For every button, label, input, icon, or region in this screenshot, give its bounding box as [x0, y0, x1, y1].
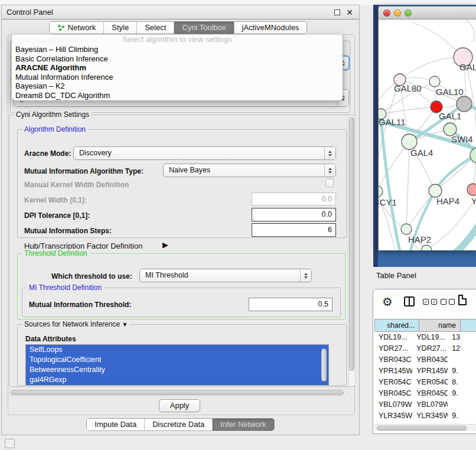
network-node[interactable] [429, 184, 442, 197]
algorithm-option-aracne-algorithm[interactable]: ARACNE Algorithm [12, 63, 343, 73]
apply-button[interactable]: Apply [159, 399, 200, 412]
horizontal-scrollbar-thumb[interactable] [11, 390, 344, 395]
sources-collapse-arrow-icon[interactable]: ▼ [122, 321, 128, 328]
list-scrollbar-thumb[interactable] [321, 348, 327, 381]
combo-stepper-icon[interactable] [324, 147, 335, 159]
document-icon[interactable] [458, 295, 467, 305]
table-cell: 9. [448, 410, 476, 422]
control-panel-titlebar[interactable]: Control Panel ✕ [2, 5, 359, 19]
table-horizontal-scrollbar[interactable] [374, 424, 476, 431]
table-row[interactable]: YBR045CYBR045C9. [374, 388, 476, 399]
column-header-shared-[interactable]: shared... [375, 319, 419, 332]
network-node[interactable] [401, 224, 412, 234]
select-all-icon[interactable]: ✓✓ [423, 299, 437, 305]
minimized-panel-icon[interactable] [5, 439, 15, 448]
table-cell [448, 354, 476, 366]
which-threshold-value: MI Threshold [145, 269, 188, 282]
algorithm-option-bayesian-hill-climbing[interactable]: Bayesian – Hill Climbing [12, 45, 343, 54]
column-header-name[interactable]: name [419, 319, 461, 332]
algorithm-option-mutual-information-inference[interactable]: Mutual Information Inference [12, 73, 343, 82]
float-window-icon[interactable] [334, 9, 340, 15]
table-cell: YDL19... [374, 332, 412, 343]
network-node[interactable] [467, 184, 476, 195]
algorithm-option-dream8-dc-tdc-algorithm[interactable]: Dream8 DC_TDC Algorithm [12, 91, 343, 100]
hub-expand-arrow-icon[interactable]: ▶ [162, 240, 168, 249]
column-header-a[interactable]: A [461, 319, 476, 332]
close-traffic-light-icon[interactable] [383, 9, 390, 17]
network-node[interactable] [470, 148, 476, 163]
minimize-traffic-light-icon[interactable] [394, 9, 401, 17]
node-label-gal11: GAL11 [379, 117, 406, 127]
which-threshold-combo[interactable]: MI Threshold [139, 269, 312, 282]
network-canvas[interactable]: GALGAL80GAL10GAL1GAL11SWI4GAL4GCY1HAP4YH… [379, 19, 476, 250]
aracne-mode-value: Discovery [79, 147, 112, 159]
attribute-item-gal4rgexp[interactable]: gal4RGexp [26, 375, 328, 385]
columns-icon[interactable] [404, 296, 415, 306]
combo-stepper-icon[interactable] [300, 269, 311, 282]
attribute-item-topologicalcoefficient[interactable]: TopologicalCoefficient [26, 355, 328, 365]
deselect-all-icon[interactable] [441, 299, 455, 305]
tab-infer-network[interactable]: Infer Network [213, 419, 273, 431]
mi-steps-label: Mutual Information Steps: [24, 227, 112, 235]
table-row[interactable]: YLR345WYLR345W9. [374, 410, 476, 422]
algorithm-option-basic-correlation-inference[interactable]: Basic Correlation Inference [12, 54, 343, 64]
aracne-mode-combo[interactable]: Discovery [73, 146, 336, 160]
table-cell [448, 399, 476, 410]
mi-threshold-label: Mutual Information Threshold: [29, 301, 131, 309]
table-row[interactable]: YER054CYER054C8. [374, 377, 476, 388]
kernel-width-label: Kernel Width (0,1): [24, 196, 87, 204]
table-row[interactable]: YDR27...YDR27...12 [374, 343, 476, 354]
tab-impute-data[interactable]: Impute Data [87, 419, 144, 431]
mi-threshold-title: MI Threshold Definition [27, 283, 104, 292]
table-row[interactable]: YBL079WYBL079W [374, 399, 476, 410]
tab-jactivemnodules[interactable]: jActiveMNodules [234, 22, 307, 34]
tab-label: Discretize Data [152, 419, 204, 431]
dpi-tolerance-field[interactable]: 0.0 [252, 208, 336, 221]
network-node[interactable] [429, 76, 440, 87]
network-edge[interactable] [406, 142, 409, 229]
combo-stepper-icon[interactable] [324, 164, 335, 177]
tab-select[interactable]: Select [137, 22, 174, 34]
algorithm-option-bayesian-k2[interactable]: Bayesian – K2 [12, 81, 343, 91]
node-label-swi4: SWI4 [451, 134, 473, 144]
table-panel-title: Table Panel [376, 271, 416, 280]
network-node[interactable] [457, 96, 472, 112]
network-edge[interactable] [466, 19, 474, 42]
table-cell: YLR345W [412, 410, 448, 422]
mi-type-combo[interactable]: Naive Bayes [163, 164, 336, 177]
table-row[interactable]: YDL19...YDL19...13 [374, 332, 476, 343]
tab-network[interactable]: Network [50, 22, 104, 34]
network-edge[interactable] [453, 216, 476, 250]
network-edge[interactable] [400, 57, 463, 80]
tab-discretize-data[interactable]: Discretize Data [145, 419, 212, 431]
manual-kernel-checkbox[interactable] [325, 179, 334, 187]
tab-cyni-toolbox[interactable]: Cyni Toolbox [174, 22, 233, 34]
table-cell: YER054C [374, 377, 412, 388]
close-icon[interactable]: ✕ [346, 5, 353, 19]
zoom-traffic-light-icon[interactable] [405, 9, 412, 17]
threshold-definition-title: Threshold Definition [22, 249, 90, 257]
network-graph[interactable]: GALGAL80GAL10GAL1GAL11SWI4GAL4GCY1HAP4YH… [379, 19, 476, 250]
mi-threshold-field[interactable]: 0.5 [249, 298, 332, 311]
network-window: GALGAL80GAL10GAL1GAL11SWI4GAL4GCY1HAP4YH… [378, 6, 476, 250]
mi-steps-field[interactable]: 6 [252, 223, 336, 237]
vertical-scrollbar-thumb[interactable] [349, 117, 354, 371]
gear-icon[interactable]: ⚙ [382, 295, 393, 309]
network-node[interactable] [379, 186, 383, 197]
data-attributes-list[interactable]: SelfLoopsTopologicalCoefficientBetweenne… [25, 344, 329, 386]
settings-vertical-scrollbar[interactable] [348, 115, 356, 387]
mi-type-value: Naive Bayes [169, 164, 210, 177]
table-scrollbar-thumb[interactable] [377, 426, 467, 431]
tab-label: Infer Network [220, 419, 266, 431]
kernel-width-field[interactable]: 0.0 [252, 193, 336, 206]
table-cell: YDR27... [412, 343, 448, 354]
attribute-item-selfloops[interactable]: SelfLoops [26, 345, 328, 355]
network-edge[interactable] [381, 119, 400, 250]
attribute-item-betweennesscentrality[interactable]: BetweennessCentrality [26, 365, 328, 375]
table-row[interactable]: YBR043CYBR043C [374, 354, 476, 366]
network-window-titlebar[interactable] [379, 6, 476, 19]
tab-style[interactable]: Style [104, 22, 136, 34]
settings-horizontal-scrollbar[interactable] [9, 389, 347, 396]
table-row[interactable]: YPR145WYPR145W9. [374, 366, 476, 377]
sources-title-text: Sources for Network Inference [24, 320, 120, 328]
